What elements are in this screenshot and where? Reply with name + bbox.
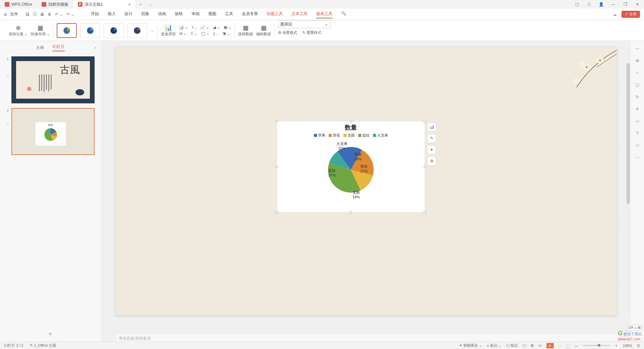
resize-handle[interactable] bbox=[424, 120, 426, 122]
slides-tab[interactable]: 幻灯片 bbox=[53, 44, 65, 51]
select-data-button[interactable]: ▦选择数据 bbox=[238, 24, 253, 37]
resize-handle[interactable] bbox=[275, 165, 278, 168]
tab-animation[interactable]: 动画 bbox=[158, 10, 166, 18]
add-slide-button[interactable]: ＋ bbox=[0, 326, 101, 342]
slide-thumbnail-1[interactable]: 古風 bbox=[11, 56, 95, 103]
robot-icon[interactable]: ⚇ bbox=[636, 143, 639, 148]
quick-layout-button[interactable]: ▦快速布局 ⌄ bbox=[31, 24, 50, 37]
pie-dropdown[interactable]: ◔ ⌄ bbox=[179, 32, 186, 36]
cube-icon[interactable]: ⬡ bbox=[586, 1, 592, 8]
menu-icon[interactable]: ≡ bbox=[4, 12, 7, 17]
print-icon[interactable]: 🖶 bbox=[40, 12, 44, 17]
scatter-dropdown[interactable]: ⠿ ⌄ bbox=[191, 32, 197, 36]
vertical-scrollbar[interactable] bbox=[627, 46, 630, 308]
zoom-slider[interactable] bbox=[583, 345, 610, 346]
tab-insert[interactable]: 插入 bbox=[108, 10, 116, 18]
chart-style-1[interactable] bbox=[57, 23, 77, 38]
file-menu[interactable]: 文件 bbox=[10, 11, 18, 17]
slide-canvas[interactable]: 数量 苹果 香蕉 龙眼 荔枝 火龙果 苹果18% 香蕉21% 龙眼14% 荔枝3… bbox=[115, 47, 617, 315]
tab-slideshow[interactable]: 放映 bbox=[175, 10, 183, 18]
chart-style-2[interactable] bbox=[80, 23, 100, 38]
zoom-in-button[interactable]: ＋ bbox=[614, 343, 618, 348]
slide-thumbnail-2[interactable]: 数量 bbox=[11, 108, 95, 155]
smart-beautify-button[interactable]: ✦ 智能美化 ⌄ bbox=[459, 343, 482, 348]
fit-window-icon[interactable]: ⊡ bbox=[637, 343, 640, 348]
sorter-view-icon[interactable]: ⊞ bbox=[531, 343, 534, 348]
area-dropdown[interactable]: ◢ ⌄ bbox=[213, 25, 220, 30]
chart-elements-button[interactable]: 📊 bbox=[427, 122, 436, 131]
resize-handle[interactable] bbox=[275, 211, 278, 214]
resize-handle[interactable] bbox=[275, 120, 278, 122]
minimize-button[interactable]: — bbox=[610, 1, 616, 8]
chart-style-3[interactable] bbox=[104, 23, 124, 38]
help-icon[interactable]: ? bbox=[636, 131, 639, 136]
undo-button[interactable]: ↶ ⌄ bbox=[55, 12, 63, 17]
resize-handle[interactable] bbox=[424, 165, 426, 168]
chart-style-4[interactable] bbox=[127, 23, 147, 38]
set-format-button[interactable]: ⚙ 设置格式 bbox=[278, 30, 297, 35]
preview-icon[interactable]: 🗎 bbox=[48, 12, 52, 17]
add-element-button[interactable]: ⊕添加元素 ⌄ bbox=[9, 24, 28, 37]
avatar-icon[interactable]: 👤 bbox=[598, 1, 604, 8]
tab-start[interactable]: 开始 bbox=[91, 10, 99, 18]
normal-view-icon[interactable]: ▢ bbox=[523, 343, 526, 348]
tab-design[interactable]: 设计 bbox=[124, 10, 132, 18]
tools-icon[interactable]: ✕ bbox=[636, 107, 639, 111]
tab-templates[interactable]: 找稻壳模板 bbox=[37, 0, 73, 9]
tab-chart-tools[interactable]: 图表工具 bbox=[316, 10, 332, 18]
redo-button[interactable]: ↷ ⌄ bbox=[66, 12, 74, 17]
more-icon[interactable]: ⋯ bbox=[635, 155, 639, 160]
slideshow-button[interactable]: ▸ bbox=[546, 343, 554, 348]
tab-transition[interactable]: 切换 bbox=[141, 10, 149, 18]
pie-chart[interactable]: 苹果18% 香蕉21% 龙眼14% 荔枝37% 火龙果10% bbox=[322, 141, 379, 198]
save-icon[interactable]: 🖫 bbox=[25, 12, 30, 17]
chart-styles-button[interactable]: ✎ bbox=[427, 134, 436, 143]
tab-vip[interactable]: 会员专享 bbox=[242, 10, 258, 18]
maximize-button[interactable]: ❐ bbox=[622, 1, 629, 8]
close-button[interactable]: ✕ bbox=[634, 1, 641, 8]
resize-handle[interactable] bbox=[424, 211, 426, 214]
tab-drawing-tools[interactable]: 绘图工具 bbox=[267, 10, 283, 18]
chart-filter-button[interactable]: ▾ bbox=[427, 145, 436, 154]
reading-view-icon[interactable]: ▭ bbox=[538, 343, 542, 348]
line-dropdown[interactable]: 📈 ⌄ bbox=[200, 25, 209, 30]
resize-handle[interactable] bbox=[350, 120, 352, 122]
window-app-icon[interactable]: ▢ bbox=[574, 1, 580, 8]
search-icon[interactable]: 🔍 bbox=[341, 10, 346, 18]
slides-icon[interactable]: ▢ bbox=[636, 83, 639, 87]
chart-title[interactable]: 数量 bbox=[277, 121, 425, 132]
share-button[interactable]: ↗ 分享 bbox=[622, 11, 640, 18]
resize-handle[interactable] bbox=[350, 211, 352, 214]
edit-data-button[interactable]: ▦编辑数据 bbox=[256, 24, 271, 37]
bar-chart-dropdown[interactable]: 📊 ⌄ bbox=[179, 25, 188, 30]
stock-dropdown[interactable]: ⫿ ⌄ bbox=[213, 32, 218, 36]
tab-wps-home[interactable]: WPS Office bbox=[0, 0, 37, 9]
combo-dropdown[interactable]: ⬔ ⌄ bbox=[222, 32, 230, 36]
reset-style-button[interactable]: ↻ 重置样式 bbox=[303, 30, 321, 35]
tab-tools[interactable]: 工具 bbox=[225, 10, 233, 18]
cloud-icon[interactable]: ☁ bbox=[613, 12, 617, 17]
chart-settings-button[interactable]: ⚙ bbox=[427, 157, 436, 165]
notes-button[interactable]: ≡ 备注 ⌄ bbox=[487, 343, 501, 348]
chart-object[interactable]: 数量 苹果 香蕉 龙眼 荔枝 火龙果 苹果18% 香蕉21% 龙眼14% 荔枝3… bbox=[277, 121, 425, 212]
comments-button[interactable]: ▢ 批注 bbox=[506, 343, 518, 348]
change-type-button[interactable]: 📊更改类型 bbox=[161, 24, 176, 37]
tab-document[interactable]: 演示文稿1● bbox=[73, 0, 136, 9]
link-icon[interactable]: ⓘ bbox=[33, 11, 37, 17]
zoom-out-button[interactable]: — bbox=[575, 344, 578, 348]
refresh-icon[interactable]: ↻ bbox=[636, 95, 639, 99]
collapse-panel-icon[interactable]: ‹ bbox=[95, 45, 96, 50]
tab-review[interactable]: 审阅 bbox=[192, 10, 200, 18]
notes-area[interactable]: 单击此处添加备注 bbox=[116, 334, 617, 342]
chart-area-combo[interactable]: 图表区⌄ bbox=[278, 20, 330, 28]
settings-icon[interactable]: ⚙ bbox=[636, 58, 639, 63]
column-dropdown[interactable]: ⫴ ⌄ bbox=[192, 25, 196, 30]
outline-tab[interactable]: 大纲 bbox=[36, 45, 44, 51]
minus-icon[interactable]: — bbox=[635, 46, 639, 51]
fit-icon[interactable]: ⛶ bbox=[566, 344, 570, 348]
tab-dropdown[interactable]: ⌄ bbox=[146, 2, 156, 7]
style-more[interactable]: ⌄ bbox=[151, 28, 154, 33]
tab-text-tools[interactable]: 文本工具 bbox=[291, 10, 308, 18]
grid-dropdown[interactable]: ▦ ⌄ bbox=[224, 25, 231, 30]
star-icon[interactable]: ☆ bbox=[636, 70, 639, 75]
